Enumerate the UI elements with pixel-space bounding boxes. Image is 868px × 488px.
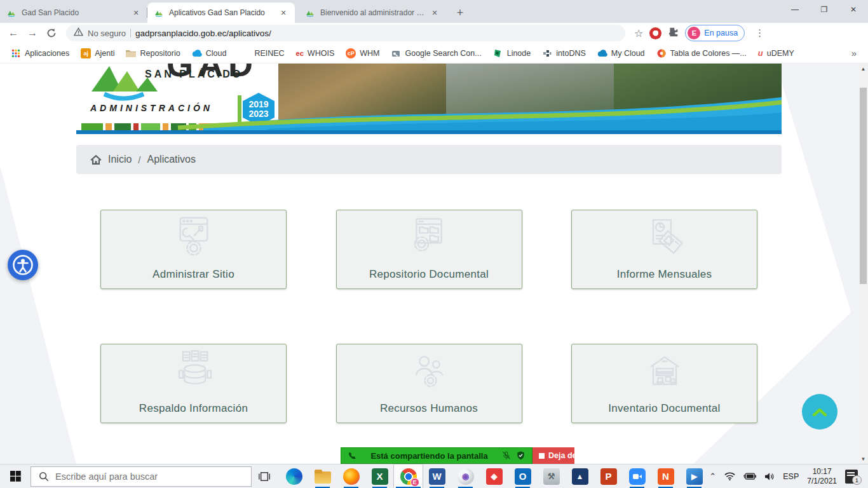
outlook-icon: O xyxy=(515,468,531,485)
bookmark-repositorio[interactable]: Repositorio xyxy=(121,46,184,60)
bookmark-linode[interactable]: Linode xyxy=(489,46,536,60)
nitro-app-button[interactable]: N xyxy=(651,464,680,488)
bookmark-aplicaciones[interactable]: Aplicaciones xyxy=(6,46,74,60)
bookmark-search-console[interactable]: Google Search Con... xyxy=(386,46,485,60)
bookmark-label: Aplicaciones xyxy=(25,49,69,58)
paint-app-button[interactable]: ◉ xyxy=(451,464,480,488)
desktop-screen: Gad San Placido ✕ Aplicativos Gad San Pl… xyxy=(0,0,868,488)
tab-close-icon[interactable]: ✕ xyxy=(430,8,440,18)
url-text[interactable]: gadprsanplacido.gob.ec/aplicativos/ xyxy=(135,29,271,38)
browser-menu-icon[interactable]: ⋮ xyxy=(751,27,768,39)
powerpoint-icon: P xyxy=(600,468,617,485)
firefox-app-button[interactable] xyxy=(337,464,365,488)
word-icon: W xyxy=(429,468,445,485)
tile-informe-mensuales[interactable]: Informe Mensuales xyxy=(571,210,757,289)
tray-date: 7/1/2021 xyxy=(807,477,837,486)
tab-gad-san-placido[interactable]: Gad San Placido ✕ xyxy=(0,3,147,23)
extensions-puzzle-icon[interactable] xyxy=(668,27,679,40)
bookmarks-bar: Aplicaciones aj Ajenti Repositorio Cloud… xyxy=(0,43,868,64)
clock[interactable]: 10:17 7/1/2021 xyxy=(807,467,837,486)
file-explorer-app-button[interactable] xyxy=(308,464,337,488)
bookmark-intodns[interactable]: intoDNS xyxy=(538,46,590,60)
bookmark-whois[interactable]: ec WHOIS xyxy=(292,47,339,60)
cloud-icon xyxy=(192,48,202,58)
accessibility-widget-button[interactable] xyxy=(8,250,38,280)
breadcrumb-home[interactable]: Inicio xyxy=(108,154,132,165)
outlook-app-button[interactable]: O xyxy=(508,464,537,488)
zoom-app-button[interactable] xyxy=(623,464,651,488)
edge-app-button[interactable] xyxy=(280,464,308,488)
tab-title: Gad San Placido xyxy=(22,8,126,17)
security-label[interactable]: No seguro xyxy=(88,29,126,38)
intodns-icon xyxy=(542,48,552,58)
task-view-button[interactable] xyxy=(252,464,277,488)
close-button[interactable]: ✕ xyxy=(839,0,868,19)
background-shape xyxy=(0,165,76,464)
adblock-extension-icon[interactable] xyxy=(649,27,661,39)
tile-administrar-sitio[interactable]: Administrar Sitio xyxy=(100,210,287,289)
bookmark-whm[interactable]: cP WHM xyxy=(341,46,384,60)
red-diamond-app-button[interactable]: ◈ xyxy=(480,464,508,488)
back-button[interactable]: ← xyxy=(5,25,22,41)
search-input[interactable] xyxy=(55,471,220,482)
reload-button[interactable] xyxy=(43,25,60,41)
tile-label: Recursos Humanos xyxy=(380,402,478,415)
cloud-icon xyxy=(597,48,607,58)
tile-label: Respaldo Información xyxy=(139,402,248,415)
tray-expand-chevron[interactable]: ⌃ xyxy=(709,471,716,481)
address-bar[interactable]: No seguro gadprsanplacido.gob.ec/aplicat… xyxy=(66,25,625,41)
wifi-icon[interactable] xyxy=(724,472,735,480)
whois-icon: ec xyxy=(296,50,304,57)
tile-repositorio-documental[interactable]: Repositorio Documental xyxy=(336,210,522,289)
chrome-app-button[interactable]: E xyxy=(394,464,423,488)
tab-close-icon[interactable]: ✕ xyxy=(131,8,141,18)
taskbar-search[interactable] xyxy=(31,466,252,487)
scroll-to-top-button[interactable] xyxy=(802,394,837,430)
bookmark-ajenti[interactable]: aj Ajenti xyxy=(76,46,119,60)
stop-sharing-button[interactable]: Deja de xyxy=(532,447,574,464)
bookmark-cloud[interactable]: Cloud xyxy=(187,46,231,60)
language-indicator[interactable]: ESP xyxy=(783,472,799,481)
tab-aplicativos[interactable]: Aplicativos Gad San Placido ✕ xyxy=(147,3,295,23)
bookmark-my-cloud[interactable]: My Cloud xyxy=(593,46,649,60)
paint-palette-icon: ◉ xyxy=(458,468,474,485)
media-player-app-button[interactable]: ▶ xyxy=(680,464,709,488)
chrome-profile-badge: E xyxy=(410,478,419,487)
scrollbar-thumb[interactable] xyxy=(860,88,867,284)
accessibility-person-icon xyxy=(12,254,34,276)
colors-icon xyxy=(656,48,667,58)
bookmarks-overflow-chevron[interactable]: » xyxy=(846,48,862,58)
scan-app-button[interactable]: ▲ xyxy=(566,464,594,488)
tile-recursos-humanos[interactable]: Recursos Humanos xyxy=(336,344,522,423)
scan-app-icon: ▲ xyxy=(572,468,588,485)
tile-respaldo-informacion[interactable]: Respaldo Información xyxy=(100,344,287,423)
bookmark-label: WHM xyxy=(360,49,379,58)
minimize-button[interactable]: — xyxy=(780,0,810,19)
home-icon[interactable] xyxy=(90,154,102,165)
profile-button[interactable]: E En pausa xyxy=(685,25,745,41)
battery-icon[interactable] xyxy=(743,473,756,480)
tab-administrador[interactable]: Bienvenido al administrador de I ✕ xyxy=(299,3,446,23)
scrollbar-down-arrow[interactable]: ▼ xyxy=(858,454,868,464)
bookmark-tabla-colores[interactable]: Tabla de Colores —... xyxy=(652,46,751,60)
bookmark-udemy[interactable]: u uDEMY xyxy=(754,46,799,60)
file-explorer-icon xyxy=(315,470,331,484)
page-scrollbar[interactable]: ▲ ▼ xyxy=(858,64,868,464)
start-button[interactable] xyxy=(0,464,31,488)
scrollbar-up-arrow[interactable]: ▲ xyxy=(858,64,868,74)
bookmark-label: Google Search Con... xyxy=(405,49,481,58)
forward-button[interactable]: → xyxy=(24,25,41,41)
new-tab-button[interactable]: + xyxy=(451,4,469,22)
chrome-icon: E xyxy=(400,468,417,485)
maximize-button[interactable]: ❐ xyxy=(810,0,839,19)
speaker-icon[interactable] xyxy=(764,472,775,481)
bookmark-star-icon[interactable]: ☆ xyxy=(634,27,643,39)
bookmark-reinec[interactable]: REINEC xyxy=(250,47,288,60)
notification-center-button[interactable]: 1 xyxy=(845,470,862,484)
word-app-button[interactable]: W xyxy=(423,464,451,488)
excel-app-button[interactable]: X xyxy=(365,464,394,488)
tile-inventario-documental[interactable]: Inventario Documental xyxy=(571,344,757,423)
utility-app-button[interactable]: ⚒ xyxy=(537,464,566,488)
tab-close-icon[interactable]: ✕ xyxy=(278,8,288,18)
powerpoint-app-button[interactable]: P xyxy=(594,464,623,488)
